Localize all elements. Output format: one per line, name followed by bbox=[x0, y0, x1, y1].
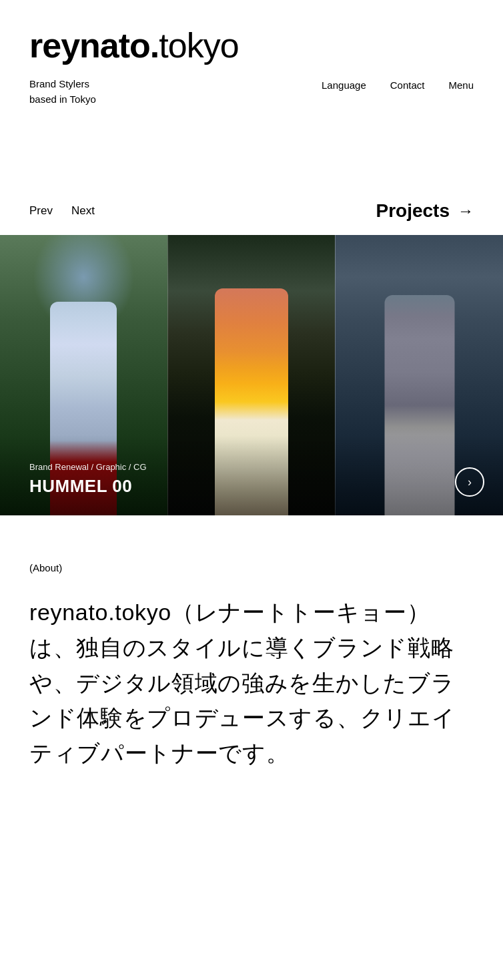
site-logo[interactable]: reynato.tokyo bbox=[29, 27, 474, 65]
projects-arrow-icon: → bbox=[458, 202, 474, 220]
project-name: HUMMEL 00 bbox=[29, 476, 147, 497]
next-button[interactable]: Next bbox=[71, 204, 95, 218]
projects-all-link[interactable]: Projects → bbox=[376, 200, 474, 222]
header-bottom: Brand Stylers based in Tokyo Language Co… bbox=[29, 77, 474, 107]
main-nav: Language Contact Menu bbox=[322, 77, 474, 91]
logo-regular: tokyo bbox=[159, 26, 238, 65]
about-section: (About) reynato.tokyo（レナートトーキョー）は、独自のスタイ… bbox=[0, 515, 503, 810]
prev-button[interactable]: Prev bbox=[29, 204, 53, 218]
prev-next-controls: Prev Next bbox=[29, 204, 95, 218]
projects-nav: Prev Next Projects → bbox=[29, 200, 474, 222]
projects-label: Projects bbox=[376, 200, 450, 222]
project-category: Brand Renewal / Graphic / CG bbox=[29, 462, 147, 472]
carousel-caption: Brand Renewal / Graphic / CG HUMMEL 00 bbox=[29, 462, 147, 497]
project-carousel: Brand Renewal / Graphic / CG HUMMEL 00 › bbox=[0, 235, 503, 515]
site-header: reynato.tokyo Brand Stylers based in Tok… bbox=[0, 0, 503, 107]
projects-section: Prev Next Projects → Brand Renewal / Gra… bbox=[0, 200, 503, 515]
tagline-line2: based in Tokyo bbox=[29, 92, 96, 107]
logo-bold: reynato. bbox=[29, 26, 159, 65]
carousel-arrow-icon: › bbox=[468, 475, 472, 489]
carousel-next-button[interactable]: › bbox=[455, 467, 484, 497]
about-body: reynato.tokyo（レナートトーキョー）は、独自のスタイルに導くブランド… bbox=[29, 595, 474, 770]
about-label: (About) bbox=[29, 562, 474, 573]
language-link[interactable]: Language bbox=[322, 79, 366, 91]
tagline-line1: Brand Stylers bbox=[29, 77, 96, 92]
contact-link[interactable]: Contact bbox=[390, 79, 425, 91]
tagline: Brand Stylers based in Tokyo bbox=[29, 77, 96, 107]
menu-link[interactable]: Menu bbox=[448, 79, 474, 91]
